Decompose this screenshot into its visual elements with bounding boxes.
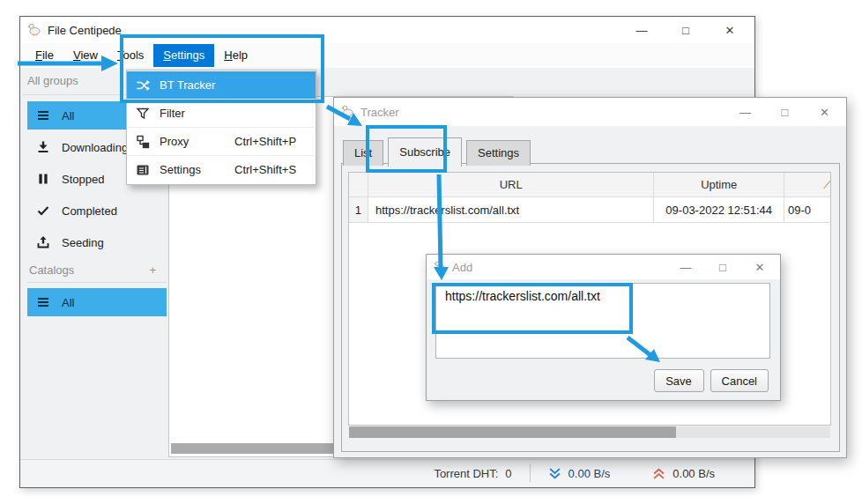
row-clipped-cell: 09-0 (784, 197, 830, 223)
menu-icon (36, 108, 50, 122)
all-groups-selector[interactable]: All groups (27, 70, 78, 93)
maximize-button[interactable]: □ (664, 24, 708, 37)
menu-help[interactable]: Help (214, 44, 257, 67)
settings-dropdown-menu: BT Tracker Filter Proxy Ctrl+Shift+P Set… (126, 70, 316, 185)
menu-view[interactable]: View (63, 44, 108, 67)
header-number[interactable] (349, 173, 368, 197)
filter-icon (136, 107, 150, 121)
catalogs-separator (27, 282, 167, 283)
menu-item-bt-tracker[interactable]: BT Tracker (127, 71, 316, 99)
menu-settings[interactable]: Settings (153, 44, 214, 67)
close-button[interactable]: ✕ (708, 24, 752, 37)
header-url[interactable]: URL (368, 173, 654, 197)
settings-icon (136, 163, 150, 177)
add-dialog-title: Add (452, 261, 472, 274)
minimize-button[interactable]: — (620, 24, 664, 37)
menu-icon (36, 295, 50, 309)
sidebar-item-completed[interactable]: Completed (27, 196, 167, 225)
app-duck-icon (27, 22, 41, 39)
header-clipped[interactable]: ⁄ (784, 173, 830, 197)
cancel-button[interactable]: Cancel (710, 369, 769, 392)
row-url-cell: https://trackerslist.com/all.txt (368, 197, 654, 223)
tracker-url-input[interactable]: https://trackerslist.com/all.txt (435, 283, 770, 359)
row-uptime-cell: 09-03-2022 12:51:44 (654, 197, 784, 223)
menu-item-settings[interactable]: Settings Ctrl+Shift+S (127, 156, 316, 183)
download-chevron-icon (548, 467, 561, 480)
row-number-cell: 1 (349, 197, 368, 223)
close-button[interactable]: ✕ (741, 261, 778, 274)
shuffle-icon (136, 78, 150, 93)
upload-icon (36, 235, 50, 249)
tab-subscribe[interactable]: Subscribe (388, 137, 462, 167)
sidebar-item-seeding[interactable]: Seeding (27, 228, 167, 256)
pause-icon (36, 172, 50, 186)
upload-speed: 0.00 B/s (673, 467, 715, 480)
tab-list[interactable]: List (343, 140, 383, 166)
menu-tools[interactable]: Tools (108, 44, 153, 67)
download-speed: 0.00 B/s (568, 467, 611, 480)
close-button[interactable]: ✕ (805, 106, 844, 119)
table-row[interactable]: 1 https://trackerslist.com/all.txt 09-03… (349, 197, 830, 223)
tracker-window-title: Tracker (360, 106, 399, 119)
maximize-button[interactable]: □ (704, 261, 741, 274)
menu-bar: File View Tools Settings Help (20, 43, 754, 68)
add-catalog-button[interactable]: + (149, 263, 156, 277)
menu-file[interactable]: File (26, 44, 63, 67)
main-window-title: File Centipede (48, 24, 122, 37)
upload-chevron-icon (652, 467, 665, 480)
tab-settings[interactable]: Settings (466, 140, 531, 166)
statusbar-separator (530, 464, 531, 482)
maximize-button[interactable]: □ (765, 106, 805, 119)
catalogs-label: Catalogs (29, 263, 74, 277)
check-icon (36, 204, 50, 218)
dht-value: 0 (505, 467, 511, 480)
add-titlebar[interactable]: Add — □ ✕ (427, 255, 780, 279)
minimize-button[interactable]: — (725, 106, 765, 119)
menu-item-filter[interactable]: Filter (127, 100, 316, 127)
header-uptime[interactable]: Uptime (654, 173, 784, 197)
dht-label: Torrent DHT: (434, 467, 498, 480)
add-dialog: Add — □ ✕ https://trackerslist.com/all.t… (426, 254, 781, 401)
sidebar-catalog-all[interactable]: All (27, 288, 167, 316)
table-header-row: URL Uptime ⁄ (349, 173, 830, 197)
save-button[interactable]: Save (654, 369, 704, 392)
tracker-hscrollbar[interactable] (349, 426, 830, 438)
proxy-icon (136, 135, 150, 149)
download-icon (36, 140, 50, 154)
tracker-titlebar[interactable]: Tracker — □ ✕ (334, 98, 846, 126)
status-bar: Torrent DHT: 0 0.00 B/s 0.00 B/s (20, 459, 754, 486)
menu-item-proxy[interactable]: Proxy Ctrl+Shift+P (127, 128, 316, 155)
minimize-button[interactable]: — (667, 261, 704, 274)
screenshot-stage: File Centipede — □ ✕ File View Tools Set… (0, 0, 862, 504)
app-duck-icon (434, 260, 446, 275)
scrollbar-thumb[interactable] (349, 426, 676, 438)
app-duck-icon (341, 104, 354, 120)
tracker-tabs: List Subscribe Settings (343, 137, 531, 166)
main-titlebar[interactable]: File Centipede — □ ✕ (20, 17, 754, 43)
